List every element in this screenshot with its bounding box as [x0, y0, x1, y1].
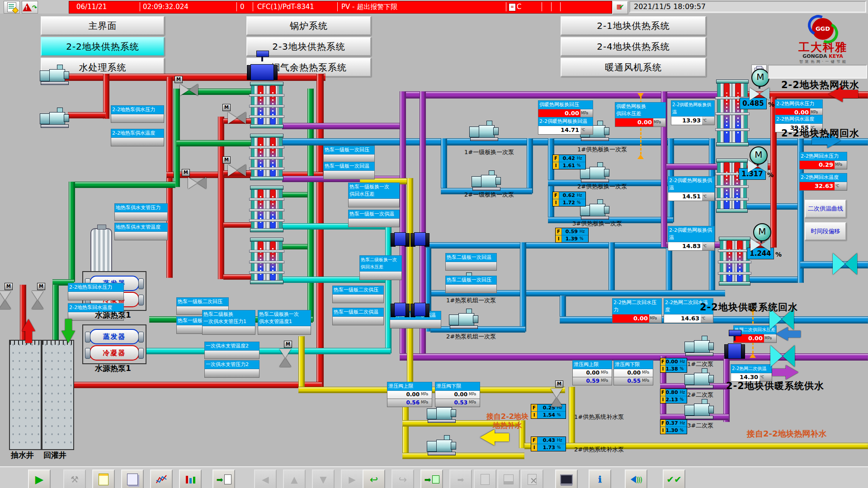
sensor-branch-temp2: 一次供水支管温度2 — [204, 342, 259, 359]
sensor-label: 热泵一级板一次回压 — [323, 145, 375, 155]
info-button[interactable]: ℹ — [589, 469, 611, 488]
copy-note-button[interactable] — [121, 469, 144, 488]
motor-valve-icon-2[interactable]: M — [750, 146, 768, 164]
sensor-label: 2-2热网二次回水压力 — [612, 298, 662, 314]
pump-label-1#一级板换一次泵: 1#一级板换一次泵 — [464, 148, 514, 156]
vfd-box-1#供热板换一次泵: F0.42HzI1.61% — [552, 155, 586, 169]
alarm-group: C — [517, 1, 521, 12]
sensor-value — [68, 292, 124, 300]
nav-button-锅炉系统[interactable]: 锅炉系统 — [246, 16, 371, 35]
relief-relief-upper-right: 泄压阀上限0.00MPa0.59MPa — [572, 360, 612, 385]
alarm-doc-icon: ≡ — [509, 3, 516, 11]
nav-up-button: ▲ — [283, 469, 306, 488]
ack-icon[interactable]: ▦✔ — [612, 1, 628, 14]
dp-indicator-bottom — [637, 155, 644, 159]
motor-valve-icon-1[interactable]: M — [751, 69, 769, 87]
alarm-icon[interactable]: ! ↷ — [22, 1, 38, 14]
sensor-value — [202, 326, 255, 335]
sensor-value: 0.29MPa — [799, 161, 847, 169]
nav-button-主界面[interactable]: 主界面 — [41, 16, 165, 35]
import-button[interactable]: ➡ — [420, 469, 443, 488]
pump-icon-12 — [427, 437, 457, 455]
sensor-value — [348, 199, 400, 207]
relief-setpoint: 0.59MPa — [572, 377, 612, 385]
flow-title-2-2地块热网回水: 2-2地块热网回水 — [781, 127, 859, 140]
sensor-hp1-primary-return-temp: 热泵一级板一次回温 — [323, 162, 375, 179]
heat-exchanger-5 — [717, 81, 747, 145]
run-button[interactable]: ▶ — [28, 469, 51, 488]
sensor-hp2-branch-pressure1: 热泵二级板换 一次供水支管压力1 — [202, 310, 255, 335]
sound-button[interactable]: ))) — [625, 469, 647, 488]
sensor-label: 2-2热网二次供温 — [731, 364, 772, 373]
vfd-box-3#二次泵: F0.37HzI1.30% — [660, 419, 687, 434]
message-box[interactable] — [768, 65, 867, 79]
sensor-value: 13.93℃ — [671, 117, 715, 125]
sensor-value — [445, 285, 497, 293]
logo-mark: GGD — [810, 16, 835, 42]
sensor-label: 2-2地热泵回水压力 — [68, 283, 124, 292]
sensor-label: 2-2供暖热网板换回温 — [538, 117, 593, 126]
alarm-time: 02:09:32.024 — [143, 1, 189, 12]
relief-limit: 0.00MPa — [572, 369, 612, 377]
vfd-box-3#供热板换一次泵: F0.59HzI1.39% — [555, 228, 589, 243]
sensor-hp2-primary-return-temp: 热泵二级板一次回温 — [445, 253, 497, 271]
motor-valve-icon-3[interactable]: M — [753, 223, 771, 241]
solenoid-valve-icon-3[interactable] — [410, 229, 429, 249]
side-button-二次供温曲线[interactable]: 二次供温曲线 — [805, 200, 846, 218]
sensor-label: 2-2地热泵供水温度 — [111, 129, 164, 138]
relief-label: 泄压阀下限 — [613, 360, 653, 369]
solenoid-valve-icon-6[interactable] — [724, 340, 745, 362]
pump-label-1#热泵机组一次泵: 1#热泵机组一次泵 — [446, 296, 496, 305]
export-report-button[interactable]: ➡ — [212, 469, 235, 488]
pump-label-1#供热系统补水泵: 1#供热系统补水泵 — [574, 413, 624, 421]
relief-label: 泄压阀上限 — [572, 360, 612, 369]
pipe — [282, 192, 307, 197]
undo-button[interactable]: ↩ — [363, 469, 385, 488]
sensor-hx-return-pressure: 供暖热网板换回压0.00MPa — [538, 100, 593, 118]
sensor-label: 热泵一级板二次回压 — [176, 297, 229, 306]
sensor-hp1-secondary-supply-pressure: 热泵一级板二次供压 — [332, 286, 384, 303]
sensor-branch-supply-pressure: 地热泵供水支管压力 — [114, 203, 168, 221]
sensor-value: 14.71℃ — [538, 126, 593, 135]
confirm-button[interactable]: ✔✔ — [663, 469, 685, 488]
nav-button-暖通风机系统[interactable]: 暖通风机系统 — [561, 58, 706, 77]
new-note-button[interactable] — [92, 469, 115, 488]
heat-exchanger-3 — [251, 188, 282, 230]
sensor-label: 热泵一级板一次回温 — [323, 162, 375, 171]
sensor-value — [332, 317, 384, 325]
temp-chart-button[interactable] — [179, 469, 202, 488]
nav-left-button: ◀ — [254, 469, 277, 488]
nav-button-2-1地块供热系统[interactable]: 2-1地块供热系统 — [561, 16, 706, 35]
solenoid-valve-icon-2[interactable] — [391, 229, 410, 249]
relief-label: 泄压阀上限 — [387, 382, 432, 391]
alarm-banner: 06/11/21 02:09:32.024 0 CFC(1)/PdT-8341 … — [69, 1, 612, 14]
m-valve-motor-label: M — [222, 156, 231, 164]
sensor-label: 2-2供暖热网板换供温 — [668, 226, 715, 242]
pipe — [609, 242, 615, 293]
note-icon[interactable] — [4, 1, 20, 14]
sensor-label: 一次供水支管压力2 — [204, 360, 259, 369]
vfd-box-2#供热板换一次泵: F0.62HzI1.72% — [552, 192, 586, 206]
nav-button-label: 锅炉系统 — [290, 20, 328, 32]
side-button-时间段偏移[interactable]: 时间段偏移 — [805, 222, 846, 240]
sensor-value — [204, 369, 259, 378]
monitor-button[interactable] — [555, 469, 578, 488]
sensor-sec-return-pressure: 2-2热网二次回水压力0.00MPa — [612, 298, 662, 323]
filter-vessel — [90, 228, 112, 272]
sensor-hx-supply-temp-3: 2-2供暖热网板换供温14.83℃ — [668, 226, 715, 251]
sensor-value: 0.00MPa — [612, 314, 662, 323]
solenoid-valve-icon-4[interactable] — [391, 299, 410, 320]
pump-label-1#供热板换一次泵: 1#供热板换一次泵 — [577, 145, 627, 154]
solenoid-valve-icon-1[interactable] — [247, 61, 278, 84]
nav-button-2-2地块供热系统[interactable]: 2-2地块供热系统 — [41, 37, 165, 56]
pipe — [176, 140, 251, 146]
nav-button-2-4地块供热系统[interactable]: 2-4地块供热系统 — [561, 37, 706, 56]
sensor-label: 热泵一级板一次供温 — [348, 210, 400, 219]
evaporator-label: 蒸发器 — [90, 329, 139, 344]
solenoid-valve-icon-5[interactable] — [410, 299, 429, 320]
pipe — [69, 182, 175, 188]
sensor-hx-return-temp: 2-2供暖热网板换回温14.71℃ — [538, 117, 593, 135]
doc-delete-button: ✕ — [521, 469, 543, 488]
trend-chart-button[interactable] — [150, 469, 173, 488]
relief-setpoint: 0.55MPa — [613, 377, 653, 385]
